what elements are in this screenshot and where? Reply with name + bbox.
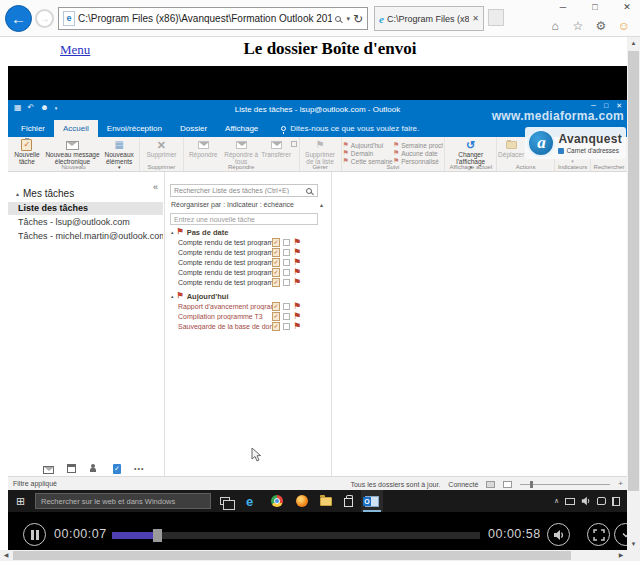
sort-order-icon[interactable]: ▴: [320, 201, 323, 208]
volume-button[interactable]: [547, 523, 570, 546]
chat-icon[interactable]: [597, 497, 606, 505]
horizontal-scroll-thumb[interactable]: [13, 551, 571, 560]
task-row[interactable]: Sauvegarde de la base de données ✓ ⚑: [165, 321, 331, 331]
chevron-down-icon[interactable]: ▾: [346, 15, 350, 23]
close-button[interactable]: ✕: [616, 0, 638, 15]
scroll-down-icon[interactable]: ▼: [627, 541, 640, 547]
tab-fichier[interactable]: Fichier: [12, 120, 54, 137]
search-icon[interactable]: [306, 188, 312, 194]
complete-checkbox[interactable]: [283, 249, 290, 256]
task-row[interactable]: Compte rendu de test programme... ✓ ⚑: [165, 247, 331, 257]
refresh-icon[interactable]: ↻: [353, 13, 363, 25]
sidebar-item-liste-des-taches[interactable]: Liste des tâches: [8, 202, 163, 215]
tray-chevron-icon[interactable]: ∧: [554, 497, 559, 505]
complete-checkbox[interactable]: [283, 303, 290, 310]
chevron-down-icon[interactable]: ▾: [55, 105, 58, 111]
task-row[interactable]: Compilation programme T3 ✓ ⚑: [165, 311, 331, 321]
zoom-slider-handle[interactable]: [530, 481, 533, 488]
task-row[interactable]: Compte rendu de test programme... ✓ ⚑: [165, 267, 331, 277]
action-center-icon[interactable]: [612, 497, 620, 506]
complete-checkbox[interactable]: [283, 239, 290, 246]
store-icon[interactable]: [344, 498, 353, 507]
new-task-box[interactable]: [170, 213, 318, 225]
firefox-icon[interactable]: [296, 495, 308, 507]
undo-icon[interactable]: ↶: [28, 103, 35, 112]
tab-dossier[interactable]: Dossier: [171, 120, 216, 137]
task-view-icon[interactable]: [220, 497, 230, 505]
complete-checkbox[interactable]: [283, 259, 290, 266]
address-text[interactable]: C:\Program Files (x86)\Avanquest\Formati…: [78, 13, 332, 24]
favorites-icon[interactable]: ☆: [569, 19, 587, 33]
chrome-icon[interactable]: [271, 495, 283, 507]
video-player[interactable]: ▦ ↶ ☻ ▾ Liste des tâches - lsup@outlook.…: [8, 66, 627, 557]
outlook-taskbar-button[interactable]: O: [361, 490, 383, 512]
scroll-left-icon[interactable]: ◀: [0, 550, 12, 561]
complete-checkbox[interactable]: [283, 269, 290, 276]
scroll-up-icon[interactable]: ▲: [627, 40, 640, 46]
flag-icon[interactable]: ⚑: [293, 278, 301, 287]
flag-icon[interactable]: ⚑: [293, 258, 301, 267]
tab-accueil[interactable]: Accueil: [54, 120, 98, 137]
normal-view-button[interactable]: [486, 481, 495, 488]
back-button[interactable]: ←: [5, 5, 32, 32]
task-row[interactable]: Rapport d'avancement programm... ✓ ⚑: [165, 301, 331, 311]
flag-icon[interactable]: ⚑: [293, 238, 301, 247]
search-input[interactable]: [174, 187, 304, 194]
volume-icon[interactable]: [581, 496, 591, 506]
task-group-header[interactable]: ▴ ⚑ Aujourd'hui: [165, 291, 331, 301]
search-box[interactable]: [170, 184, 318, 197]
new-task-input[interactable]: [174, 216, 314, 223]
file-explorer-icon[interactable]: [320, 497, 332, 506]
tellme-box[interactable]: Dites-nous ce que vous voulez faire.: [281, 120, 419, 137]
flag-icon[interactable]: ⚑: [293, 268, 301, 277]
address-bar[interactable]: e C:\Program Files (x86)\Avanquest\Forma…: [58, 7, 368, 30]
more-options-button[interactable]: [614, 523, 627, 546]
task-row[interactable]: Compte rendu de test programme... ✓ ⚑: [165, 237, 331, 247]
progress-bar[interactable]: [112, 532, 480, 539]
flag-icon[interactable]: ⚑: [293, 248, 301, 257]
vertical-scrollbar[interactable]: ▲ ▼: [627, 37, 640, 550]
feedback-icon[interactable]: ☺: [615, 19, 633, 33]
calendar-nav-button[interactable]: [67, 464, 76, 473]
pause-button[interactable]: [23, 523, 46, 546]
flag-icon[interactable]: ⚑: [293, 312, 301, 321]
task-row[interactable]: Compte rendu de test programme... ✓ ⚑: [165, 257, 331, 267]
horizontal-scrollbar[interactable]: ◀ ▶: [0, 550, 627, 561]
settings-icon[interactable]: ⚙: [592, 19, 610, 33]
task-group-header[interactable]: ▴ ⚑ Pas de date: [165, 227, 331, 237]
flag-icon[interactable]: ⚑: [293, 322, 301, 331]
sidebar-item-taches-lsup[interactable]: Tâches - lsup@outlook.com: [8, 216, 163, 229]
new-task-button[interactable]: ✓ Nouvelle tâche: [9, 138, 45, 165]
home-icon[interactable]: ⌂: [546, 19, 564, 33]
scroll-right-icon[interactable]: ▶: [615, 550, 627, 561]
mail-nav-button[interactable]: [43, 460, 54, 478]
taskbar-search-input[interactable]: [41, 497, 205, 506]
progress-handle[interactable]: [153, 529, 162, 542]
my-tasks-header[interactable]: ▴ Mes tâches: [16, 188, 74, 199]
search-icon[interactable]: [335, 16, 341, 22]
edge-icon[interactable]: e: [246, 494, 253, 509]
new-email-button[interactable]: Nouveau message électronique: [45, 138, 101, 165]
minimize-button[interactable]: ─: [552, 0, 574, 15]
reading-view-button[interactable]: [503, 481, 512, 488]
more-nav-button[interactable]: •••: [134, 465, 144, 472]
fullscreen-button[interactable]: [587, 523, 610, 546]
tab-envoi-reception[interactable]: Envoi/réception: [98, 120, 171, 137]
start-button[interactable]: ⊞: [16, 495, 25, 507]
flag-icon[interactable]: ⚑: [293, 302, 301, 311]
browser-tab[interactable]: e C:\Program Files (x86)\Ava... ✕: [374, 6, 484, 31]
tab-affichage[interactable]: Affichage: [216, 120, 267, 137]
task-row[interactable]: Compte rendu de test programme... ✓ ⚑: [165, 277, 331, 287]
zoom-in-icon[interactable]: +: [618, 480, 623, 488]
maximize-button[interactable]: □: [584, 0, 606, 15]
tab-close-icon[interactable]: ✕: [472, 14, 479, 23]
contact-icon[interactable]: ☻: [40, 103, 48, 112]
complete-checkbox[interactable]: [283, 313, 290, 320]
zoom-slider[interactable]: [520, 481, 610, 488]
complete-checkbox[interactable]: [283, 323, 290, 330]
people-nav-button[interactable]: [89, 464, 100, 473]
task-list-icon[interactable]: ▦: [14, 103, 22, 112]
vertical-scroll-thumb[interactable]: [628, 51, 639, 491]
complete-checkbox[interactable]: [283, 279, 290, 286]
new-tab-button[interactable]: [488, 9, 504, 26]
